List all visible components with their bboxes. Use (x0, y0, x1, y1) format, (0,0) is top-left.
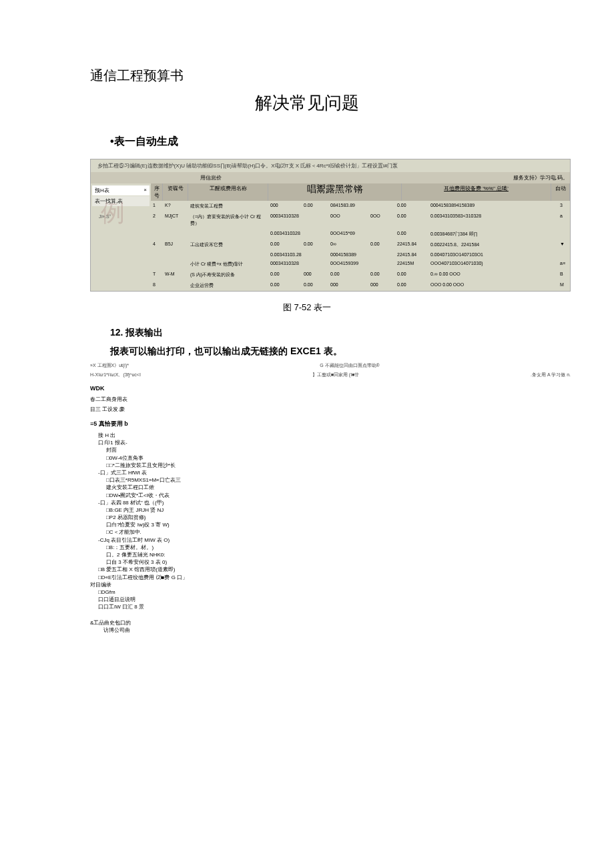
cell: 建筑安装工程费 (188, 202, 268, 210)
tree-item[interactable]: 口白?恰夏安 Iw)役 3 寄 W) (90, 521, 571, 528)
cell: 000 (368, 282, 395, 290)
tree-item[interactable]: -口」表四 88 材试" 也（(甲) (90, 499, 571, 506)
cell (151, 260, 163, 268)
table-row: 0.00343103.28000415838922415.840.0040710… (151, 250, 570, 259)
report-tree: 接 H 出口:印1 报表-封面□0W-4位直角事□□*二推旅安装工且女用沙*长-… (90, 432, 571, 611)
cell: MJjCT (163, 213, 188, 228)
left-tabs: 预H表 × 表一找算,表 例 Ji».S° (91, 183, 151, 291)
tree-item[interactable]: □口表三*R5MXS1»M«口亡表三 (90, 476, 571, 484)
table-row: 4B5J工出建设耳它费0.000.000∞0.0022415.840.00224… (151, 240, 570, 250)
tree-item[interactable]: 口。2 像要五辅光 NHK0: (90, 551, 571, 558)
body-text: 报表可以输出打印，也可以输出成无链接的 EXCE1 表。 (110, 346, 524, 358)
cell (163, 260, 188, 268)
tree-item[interactable]: 口口工IW 日汇 8 景 (90, 603, 571, 610)
cell (188, 230, 268, 238)
h-code: 资碟号 (163, 183, 188, 201)
tree-item[interactable]: □0W-4位直角事 (90, 454, 571, 462)
doc-title: 通信工程预算书 (90, 67, 524, 85)
cell: 0.00 (268, 282, 302, 290)
s2-h2-right: .务女用 A 学习做 n. (531, 372, 571, 378)
watermark: 例 (101, 197, 125, 230)
tree-item[interactable]: □B 爱五工相 X 馆西用琐(道素即) (90, 566, 571, 573)
cell: OOO 0.00 OOO (428, 282, 558, 290)
cell: 00041583894158389 (428, 202, 558, 210)
table-row: 小计 Cr 稷费+x 他费)⑨计000343103280OO4159399224… (151, 259, 570, 270)
cell: 0OO4159399 (328, 260, 368, 268)
cell: W-M (163, 271, 188, 279)
cell: 小计 Cr 稷费+x 他费)⑨计 (188, 260, 268, 268)
h-extra: 耳他费用较备费 '%%'' 总噶' (402, 183, 551, 201)
tree-item[interactable]: □P2 易器阳贫修} (90, 514, 571, 521)
tree-item[interactable]: -CJq 表目引法工时 MIW 表 O) (90, 536, 571, 544)
cell: 2 (151, 213, 163, 228)
cell: 0.00384687门384 即∏ (428, 230, 558, 238)
h-name: 工醒或费用名称 (188, 183, 268, 201)
s2-foot1: &工品曲史包口的 (90, 619, 571, 626)
tab-1-label: 预H表 (95, 187, 109, 193)
cell: 0.00 (368, 271, 395, 279)
tree-item[interactable]: 口:印1 报表- (90, 439, 571, 446)
cell: 0.00343103.28 (268, 252, 302, 258)
cell: 0.00 (395, 213, 428, 228)
tree-item[interactable]: 口口通目总说明 (90, 596, 571, 603)
sub-heading-1: •表一自动生成 (110, 135, 524, 149)
cell (368, 202, 395, 210)
tree-item[interactable]: □B:：五要材。材。) (90, 544, 571, 551)
cell: 0.00 (328, 271, 368, 279)
s2-foot2: 访博公司曲 (90, 626, 571, 634)
cell: 8 (151, 282, 163, 290)
cell: (S 内)不寿安装的设备 (188, 271, 268, 279)
tree-item[interactable]: 建火安装工程口工侬 (90, 484, 571, 491)
tab-1[interactable]: 预H表 × (92, 185, 149, 195)
row-badge (558, 252, 570, 258)
cell: 22415.84 (395, 241, 428, 249)
tree-item[interactable]: 封面 (90, 446, 571, 454)
cell: （=内）窘要安装的设备小计 Cr 程费） (188, 213, 268, 228)
tree-item[interactable]: □DW•囿武安*工<I收・代表 (90, 492, 571, 499)
cell: T (151, 271, 163, 279)
tree-item[interactable]: □D«E引法工程饺他费用 ⑵■费 G 口」 (90, 574, 571, 581)
cell: 0004158389 (328, 252, 368, 258)
table-row: TW-M(S 内)不寿安装的设备0.000000.000.000.000.∞ 0… (151, 270, 570, 280)
h-bigtitle: 唱鬻露黑常锵 (268, 183, 402, 201)
cell (302, 260, 328, 268)
s2-h2-mid: 】工整或■回家用 (I■廿 (312, 372, 360, 378)
cell (302, 252, 328, 258)
row-badge: 3 (558, 202, 570, 210)
s2-h2-left: H-X¾r1*i¾cX。(3fj^uc<I (90, 372, 141, 378)
cell: 企业运营费 (188, 282, 268, 290)
tree-item[interactable]: □DGfm (90, 588, 571, 596)
cell (188, 252, 268, 258)
cell (302, 230, 328, 238)
table-row: 2MJjCT（=内）窘要安装的设备小计 Cr 程费）000343103280OO… (151, 211, 570, 229)
row-badge: ▼ (558, 241, 570, 249)
row-badge: a (558, 213, 570, 228)
cell: 0.00 (395, 230, 428, 238)
cell (151, 252, 163, 258)
cell: 0.00 (302, 241, 328, 249)
cell: 0OO415*69 (328, 230, 368, 238)
tree-item[interactable]: □□*二推旅安装工且女用沙*长 (90, 462, 571, 469)
cell (163, 252, 188, 258)
tree-item[interactable]: -口」式三工 HfWt 表 (90, 469, 571, 476)
tree-item[interactable]: □B:GE 内王 JRJH 贤 NJ (90, 506, 571, 514)
row-badge: M (558, 282, 570, 290)
tree-item[interactable]: 对目编录 (90, 581, 571, 588)
cell (163, 230, 188, 238)
tree-item[interactable]: 口自 3 不希安何役 3 表 0) (90, 558, 571, 566)
tree-item[interactable]: □C＜才能加中. (90, 528, 571, 536)
cell (163, 282, 188, 290)
cell: 22415.84 (395, 252, 428, 258)
table-row: 1K?建筑安装工程费0000.000841583.890.00000415838… (151, 201, 570, 211)
cell: 00034310328 (268, 213, 302, 228)
figure-caption: 图 7-52 表一 (90, 302, 524, 314)
tree-item[interactable]: 接 H 出 (90, 432, 571, 439)
cell: 工出建设耳它费 (188, 241, 268, 249)
cell: 0.00 (268, 271, 302, 279)
cell: 4 (151, 241, 163, 249)
cell: 0.00 (302, 282, 328, 290)
menu-bar: 乡拍工程⑤习编辑(E)连数据维护(X)U 辅助功能⑹SS∏(B)请帮助(H)口令… (91, 159, 570, 172)
cell (151, 230, 163, 238)
table-row: 0.00343103280OO415*690.000.00384687门384 … (151, 229, 570, 240)
cell: K? (163, 202, 188, 210)
